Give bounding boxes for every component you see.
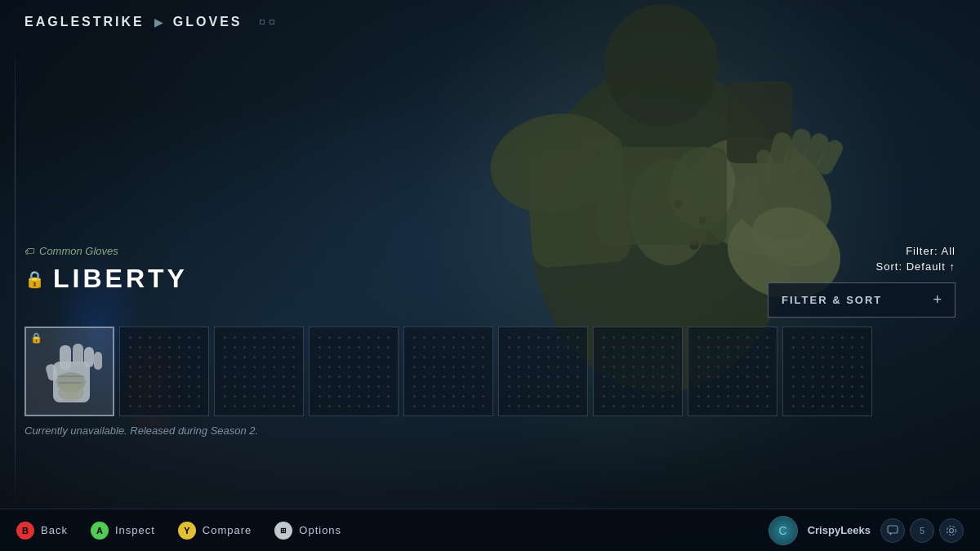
svg-rect-24 bbox=[94, 352, 102, 370]
filter-info: Filter: All Sort: Default ↑ bbox=[768, 245, 956, 273]
svg-point-33 bbox=[947, 526, 956, 535]
breadcrumb-dot-1 bbox=[260, 20, 265, 24]
tag-icon: 🏷 bbox=[24, 246, 34, 257]
ui-container: EAGLESTRIKE ▶ GLOVES 🏷 Common Gloves 🔒 L… bbox=[0, 0, 980, 551]
svg-point-27 bbox=[58, 384, 84, 401]
back-label: Back bbox=[41, 524, 68, 536]
item-status-text: Currently unavailable. Released during S… bbox=[24, 424, 258, 437]
sort-line: Sort: Default ↑ bbox=[768, 260, 956, 273]
friends-icon-button[interactable]: 5 bbox=[910, 518, 934, 543]
breadcrumb-current: GLOVES bbox=[173, 15, 243, 29]
svg-rect-21 bbox=[60, 345, 71, 370]
lock-icon: 🔒 bbox=[24, 269, 45, 289]
grid-item-1[interactable]: 🔒 bbox=[24, 327, 114, 416]
gear-icon bbox=[946, 525, 957, 536]
bottom-user-area: C CrispyLeeks 5 bbox=[768, 516, 964, 545]
item-title: LIBERTY bbox=[53, 264, 188, 294]
options-button[interactable]: ⊞ Options bbox=[274, 522, 341, 540]
breadcrumb-separator: ▶ bbox=[154, 16, 163, 29]
chat-icon bbox=[887, 525, 898, 536]
grid-item-3[interactable] bbox=[214, 327, 304, 416]
plus-icon: + bbox=[933, 291, 942, 309]
options-button-icon: ⊞ bbox=[274, 522, 292, 540]
glove-icon bbox=[37, 337, 102, 407]
filter-sort-button[interactable]: FILTER & SORT + bbox=[768, 282, 956, 318]
item-category-row: 🏷 Common Gloves bbox=[24, 245, 188, 257]
options-label: Options bbox=[299, 524, 341, 536]
svg-rect-30 bbox=[888, 526, 898, 533]
breadcrumb: EAGLESTRIKE ▶ GLOVES bbox=[24, 15, 274, 29]
grid-item-7[interactable] bbox=[593, 327, 683, 416]
grid-item-6-dots bbox=[499, 327, 587, 415]
username: CrispyLeeks bbox=[808, 524, 871, 536]
y-button-icon: Y bbox=[178, 522, 196, 540]
grid-item-6[interactable] bbox=[498, 327, 588, 416]
back-button[interactable]: B Back bbox=[16, 522, 68, 540]
breadcrumb-dots bbox=[260, 20, 274, 24]
grid-item-9-dots bbox=[783, 327, 871, 415]
grid-item-2[interactable] bbox=[119, 327, 209, 416]
filter-label: Filter: bbox=[906, 245, 938, 257]
grid-item-4-dots bbox=[310, 327, 398, 415]
right-panel: Filter: All Sort: Default ↑ FILTER & SOR… bbox=[768, 245, 956, 318]
left-panel: 🏷 Common Gloves 🔒 LIBERTY bbox=[24, 245, 188, 309]
inspect-button[interactable]: A Inspect bbox=[91, 522, 155, 540]
svg-marker-31 bbox=[889, 533, 892, 535]
settings-icon-button[interactable] bbox=[939, 518, 964, 543]
item-title-row: 🔒 LIBERTY bbox=[24, 264, 188, 294]
friends-count: 5 bbox=[920, 526, 924, 535]
bottom-actions: B Back A Inspect Y Compare ⊞ Options bbox=[16, 522, 341, 540]
selected-item-image bbox=[33, 335, 106, 408]
grid-item-2-dots bbox=[120, 327, 208, 415]
chat-icon-button[interactable] bbox=[880, 518, 905, 543]
breadcrumb-parent: EAGLESTRIKE bbox=[24, 15, 145, 29]
svg-rect-22 bbox=[73, 344, 83, 367]
filter-sort-button-label: FILTER & SORT bbox=[782, 294, 882, 306]
grid-item-3-dots bbox=[215, 327, 303, 415]
avatar-letter: C bbox=[779, 524, 787, 537]
grid-item-7-dots bbox=[594, 327, 682, 415]
compare-label: Compare bbox=[203, 524, 252, 536]
items-grid: 🔒 bbox=[24, 327, 872, 416]
grid-item-5[interactable] bbox=[403, 327, 493, 416]
grid-item-9[interactable] bbox=[782, 327, 872, 416]
top-bar: EAGLESTRIKE ▶ GLOVES bbox=[0, 0, 980, 39]
compare-button[interactable]: Y Compare bbox=[178, 522, 252, 540]
svg-rect-23 bbox=[84, 347, 94, 367]
grid-item-8-dots bbox=[688, 327, 777, 415]
b-button-icon: B bbox=[16, 522, 34, 540]
sort-label: Sort: bbox=[876, 260, 902, 273]
bottom-icons: 5 bbox=[880, 518, 964, 543]
inspect-label: Inspect bbox=[115, 524, 155, 536]
filter-line: Filter: All bbox=[768, 245, 956, 257]
filter-value: All bbox=[942, 245, 956, 257]
user-avatar: C bbox=[768, 516, 798, 545]
item-category-label: Common Gloves bbox=[39, 245, 118, 257]
grid-item-4[interactable] bbox=[309, 327, 399, 416]
grid-item-5-dots bbox=[404, 327, 492, 415]
bottom-bar: B Back A Inspect Y Compare ⊞ Options C C… bbox=[0, 509, 980, 551]
svg-point-32 bbox=[950, 528, 954, 532]
sort-direction: ↑ bbox=[950, 260, 956, 273]
sort-value-text: Default bbox=[906, 260, 946, 273]
a-button-icon: A bbox=[91, 522, 109, 540]
grid-item-8[interactable] bbox=[688, 327, 777, 416]
breadcrumb-dot-2 bbox=[270, 20, 274, 24]
